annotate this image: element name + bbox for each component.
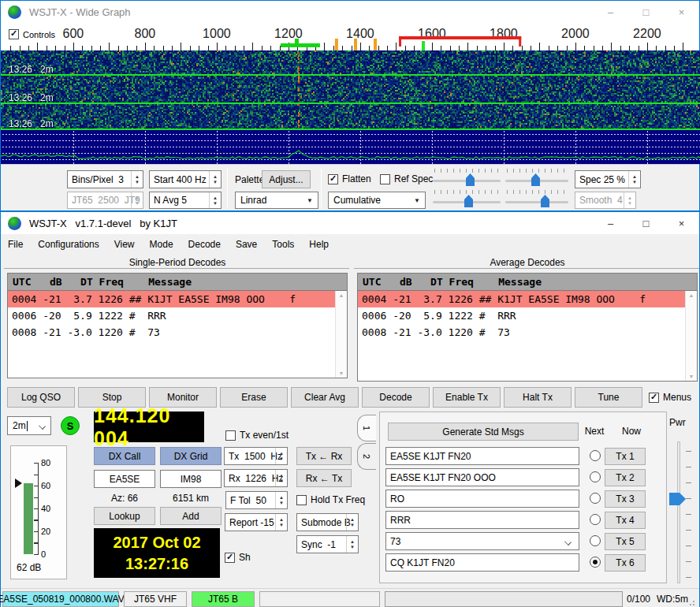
waterfall-zero-slider[interactable] [505, 168, 568, 188]
menu-save[interactable]: Save [236, 239, 257, 250]
tx3-next-radio[interactable] [590, 493, 601, 504]
hold-tx-freq-checkbox[interactable]: ✓ [296, 495, 307, 505]
lookup-button[interactable]: Lookup [94, 507, 155, 525]
log-qso-button[interactable]: Log QSO [7, 387, 75, 408]
tab-messages-1[interactable]: 1 [357, 415, 376, 441]
n-avg-spinner[interactable]: N Avg 5 ▲▼ [149, 192, 222, 209]
palette-adjust-button[interactable]: Adjust... [262, 170, 311, 188]
report-spinner[interactable]: Report -15▲▼ [225, 513, 288, 531]
tx-freq-spinner[interactable]: Tx 1500 Hz▲▼ [224, 447, 288, 465]
tx6-now-button[interactable]: Tx 6 [605, 554, 646, 572]
enable-tx-button[interactable]: Enable Tx [433, 387, 501, 408]
tx2-next-radio[interactable] [590, 471, 601, 482]
erase-button[interactable]: Erase [220, 387, 288, 408]
spec-gain-slider[interactable] [433, 189, 501, 210]
tx6-message-field[interactable]: CQ K1JT FN20 [385, 553, 579, 572]
flatten-checkbox-group[interactable]: ✓ Flatten [328, 173, 371, 184]
tx2-message-field[interactable]: EA5SE K1JT FN20 OOO [385, 468, 579, 486]
decode-row[interactable]: 0008 -21 -3.0 1220 # 73 [8, 324, 347, 341]
single-decodes-list[interactable]: 0004 -21 3.7 1226 ## K1JT EA5SE IM98 OOO… [7, 290, 348, 378]
maximize-button[interactable]: □ [628, 212, 664, 234]
menus-checkbox[interactable]: ✓ [649, 393, 659, 403]
tune-button[interactable]: Tune [575, 387, 642, 408]
flatten-checkbox[interactable]: ✓ [328, 174, 338, 184]
waterfall-display[interactable] [1, 50, 700, 164]
average-decodes-list[interactable]: 0004 -21 3.7 1226 ## K1JT EA5SE IM98 OOO… [357, 290, 698, 382]
rx-from-tx-button[interactable]: Rx ← Tx [296, 469, 352, 487]
add-button[interactable]: Add [160, 507, 222, 525]
submode-spinner[interactable]: Submode B▲▼ [296, 513, 359, 531]
start-hz-spinner[interactable]: Start 400 Hz ▲▼ [149, 170, 222, 188]
dx-grid-button[interactable]: DX Grid [160, 447, 222, 465]
menu-view[interactable]: View [114, 239, 135, 250]
sync-spinner[interactable]: Sync -1▲▼ [296, 535, 359, 553]
tx1-now-button[interactable]: Tx 1 [605, 448, 646, 465]
rig-status-indicator[interactable]: S [61, 416, 80, 435]
wide-graph-titlebar[interactable]: WSJT-X - Wide Graph – □ × [1, 1, 699, 23]
decode-row[interactable]: 0004 -21 3.7 1226 ## K1JT EA5SE IM98 OOO… [358, 291, 697, 307]
tx4-next-radio[interactable] [590, 514, 601, 525]
halt-tx-button[interactable]: Halt Tx [504, 387, 572, 408]
tx4-message-field[interactable]: RRR [385, 511, 579, 529]
close-button[interactable]: × [664, 212, 699, 234]
dx-grid-field[interactable]: IM98 [160, 470, 222, 488]
f-tol-spinner[interactable]: F Tol 50▲▼ [225, 491, 288, 509]
menu-help[interactable]: Help [309, 239, 329, 250]
menus-checkbox-group[interactable]: ✓ Menus [649, 392, 691, 403]
hold-tx-freq-checkbox-group[interactable]: ✓ Hold Tx Freq [296, 494, 365, 505]
scrollbar[interactable]: ▲▼ [335, 291, 347, 378]
close-button[interactable]: × [664, 1, 699, 23]
ref-spec-checkbox[interactable]: ✓ [380, 174, 390, 184]
scrollbar[interactable]: ▲▼ [685, 291, 697, 381]
sh-checkbox-group[interactable]: ✓ Sh [225, 552, 251, 563]
waterfall-gain-slider[interactable] [433, 168, 501, 188]
palette-combo[interactable]: Linrad▼ [235, 192, 318, 209]
main-titlebar[interactable]: WSJT-X v1.7.1-devel by K1JT – □ × [1, 212, 699, 234]
sh-checkbox[interactable]: ✓ [225, 553, 235, 563]
tx5-now-button[interactable]: Tx 5 [605, 533, 646, 550]
band-combo[interactable]: 2m [7, 416, 51, 435]
pwr-slider-thumb[interactable] [669, 493, 686, 505]
tx3-message-field[interactable]: RO [385, 490, 579, 508]
tx2-now-button[interactable]: Tx 2 [605, 469, 646, 486]
dx-call-field[interactable]: EA5SE [94, 470, 155, 488]
spec-percent-spinner[interactable]: Spec 25 % ▲▼ [575, 170, 641, 188]
tab-messages-2[interactable]: 2 [357, 443, 376, 470]
dx-call-button[interactable]: DX Call [94, 447, 155, 465]
tx3-now-button[interactable]: Tx 3 [605, 490, 646, 508]
decode-row[interactable]: 0006 -20 5.9 1222 # RRR [8, 307, 347, 324]
ref-spec-checkbox-group[interactable]: ✓ Ref Spec [380, 173, 433, 184]
generate-std-msgs-button[interactable]: Generate Std Msgs [388, 423, 579, 441]
bins-pixel-spinner[interactable]: Bins/Pixel 3 ▲▼ [67, 170, 143, 188]
smooth-spinner[interactable]: Smooth 4 ▲▼ [575, 192, 636, 209]
menu-mode[interactable]: Mode [150, 239, 173, 250]
tx5-message-combo[interactable]: 73 [385, 532, 579, 550]
jt65-jt9-spinner[interactable]: JT65 2500 JT9 ▲▼ [67, 192, 143, 209]
tx-even-checkbox-group[interactable]: ✓ Tx even/1st [225, 430, 289, 441]
tx6-next-radio[interactable] [590, 557, 601, 568]
resize-grip[interactable] [689, 598, 697, 606]
tx1-next-radio[interactable] [590, 450, 601, 461]
clear-avg-button[interactable]: Clear Avg [291, 387, 359, 408]
minimize-button[interactable]: – [593, 1, 628, 23]
display-mode-combo[interactable]: Cumulative▼ [328, 192, 426, 209]
spec-zero-slider[interactable] [505, 189, 568, 210]
pwr-slider-track[interactable] [677, 441, 680, 583]
tx5-next-radio[interactable] [590, 535, 601, 546]
menu-file[interactable]: File [8, 239, 23, 250]
minimize-button[interactable]: – [593, 212, 628, 234]
tx-even-checkbox[interactable]: ✓ [225, 430, 236, 441]
menu-decode[interactable]: Decode [188, 239, 221, 250]
tx4-now-button[interactable]: Tx 4 [605, 512, 646, 529]
decode-row[interactable]: 0008 -21 -3.0 1220 # 73 [358, 324, 697, 341]
menu-tools[interactable]: Tools [272, 239, 294, 250]
menu-configurations[interactable]: Configurations [38, 239, 99, 250]
decode-row[interactable]: 0004 -21 3.7 1226 ## K1JT EA5SE IM98 OOO… [8, 291, 347, 307]
tx-from-rx-button[interactable]: Tx ← Rx [296, 447, 352, 465]
frequency-scale[interactable] [1, 32, 700, 50]
tx1-message-field[interactable]: EA5SE K1JT FN20 [385, 447, 579, 465]
decode-row[interactable]: 0006 -20 5.9 1222 # RRR [358, 307, 697, 324]
decode-button[interactable]: Decode [362, 387, 430, 408]
maximize-button[interactable]: □ [628, 1, 664, 23]
rx-freq-spinner[interactable]: Rx 1226 Hz▲▼ [224, 469, 288, 487]
